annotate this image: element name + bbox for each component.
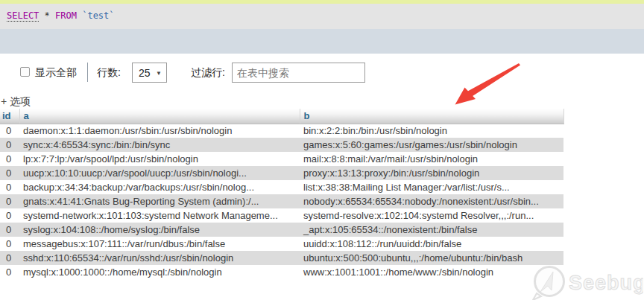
sql-table-ref: `test` <box>82 10 114 21</box>
cell-b: games:x:5:60:games:/usr/games:/usr/sbin/… <box>300 138 564 152</box>
options-toggle-link[interactable]: + 选项 <box>1 95 31 109</box>
table-row: 0mysql:x:1000:1000::/home/mysql:/sbin/no… <box>0 265 564 279</box>
cell-b: systemd-resolve:x:102:104:systemd Resolv… <box>300 208 564 223</box>
cell-b: ubuntu:x:500:500:ubuntu,,,:/home/ubuntu:… <box>300 251 564 265</box>
table-row: 0gnats:x:41:41:Gnats Bug-Reporting Syste… <box>0 194 564 208</box>
cell-a: gnats:x:41:41:Gnats Bug-Reporting System… <box>19 194 300 208</box>
cell-a: systemd-network:x:101:103:systemd Networ… <box>19 208 300 223</box>
cell-b: _apt:x:105:65534::/nonexistent:/bin/fals… <box>300 223 564 237</box>
table-row: 0lp:x:7:7:lp:/var/spool/lpd:/usr/sbin/no… <box>0 152 564 166</box>
cell-id: 0 <box>0 208 19 223</box>
rows-count-select[interactable]: 25 ▼ <box>132 63 167 83</box>
table-row: 0systemd-network:x:101:103:systemd Netwo… <box>0 208 564 223</box>
cell-a: syslog:x:104:108::/home/syslog:/bin/fals… <box>19 223 300 237</box>
result-table-header: id a b <box>0 109 564 124</box>
cell-b: mail:x:8:8:mail:/var/mail:/usr/sbin/nolo… <box>300 152 564 166</box>
cell-b: www:x:1001:1001::/home/www:/sbin/nologin <box>300 265 564 279</box>
cell-id: 0 <box>0 237 19 251</box>
table-row: 0uucp:x:10:10:uucp:/var/spool/uucp:/usr/… <box>0 166 564 180</box>
show-all-label: 显示全部 <box>35 66 77 80</box>
cell-a: messagebus:x:107:111::/var/run/dbus:/bin… <box>19 237 300 251</box>
chevron-down-icon: ▼ <box>156 70 162 77</box>
rows-count-label: 行数: <box>97 66 121 80</box>
cell-a: sync:x:4:65534:sync:/bin:/bin/sync <box>19 138 300 152</box>
toolbar-divider <box>87 63 88 82</box>
sql-keyword-select: SELECT <box>7 10 39 22</box>
cell-id: 0 <box>0 166 19 180</box>
cell-id: 0 <box>0 180 19 194</box>
filter-rows-label: 过滤行: <box>191 66 225 80</box>
sql-keyword-from: FROM <box>55 10 77 21</box>
cell-a: uucp:x:10:10:uucp:/var/spool/uucp:/usr/s… <box>19 166 300 180</box>
cell-b: list:x:38:38:Mailing List Manager:/var/l… <box>300 180 564 194</box>
result-table-body: 0daemon:x:1:1:daemon:/usr/sbin:/usr/sbin… <box>0 124 564 279</box>
table-row: 0backup:x:34:34:backup:/var/backups:/usr… <box>0 180 564 194</box>
table-row: 0sync:x:4:65534:sync:/bin:/bin/syncgames… <box>0 138 564 152</box>
sql-query-text: SELECT * FROM `test` <box>7 10 115 21</box>
cell-a: daemon:x:1:1:daemon:/usr/sbin:/usr/sbin/… <box>19 124 300 138</box>
cell-id: 0 <box>0 138 19 152</box>
show-all-checkbox[interactable] <box>20 67 30 77</box>
cell-b: nobody:x:65534:65534:nobody:/nonexistent… <box>300 194 564 208</box>
column-header-id[interactable]: id <box>0 109 19 124</box>
cell-a: backup:x:34:34:backup:/var/backups:/usr/… <box>19 180 300 194</box>
table-row: 0daemon:x:1:1:daemon:/usr/sbin:/usr/sbin… <box>0 124 564 138</box>
cell-b: bin:x:2:2:bin:/bin:/usr/sbin/nologin <box>300 124 564 138</box>
rows-count-value: 25 <box>139 67 151 79</box>
cell-a: mysql:x:1000:1000::/home/mysql:/sbin/nol… <box>19 265 300 279</box>
cell-b: proxy:x:13:13:proxy:/bin:/usr/sbin/nolog… <box>300 166 564 180</box>
query-message-band <box>0 29 644 54</box>
column-header-b[interactable]: b <box>300 109 564 124</box>
table-row: 0messagebus:x:107:111::/var/run/dbus:/bi… <box>0 237 564 251</box>
cell-id: 0 <box>0 124 19 138</box>
result-table: id a b 0daemon:x:1:1:daemon:/usr/sbin:/u… <box>0 109 564 279</box>
phpmyadmin-results-page: SELECT * FROM `test` 显示全部 行数: 25 ▼ 过滤行: … <box>0 0 644 300</box>
results-toolbar: 显示全部 行数: 25 ▼ 过滤行: <box>0 63 644 83</box>
column-header-a[interactable]: a <box>19 109 300 124</box>
table-row: 0sshd:x:110:65534::/var/run/sshd:/usr/sb… <box>0 251 564 265</box>
table-row: 0syslog:x:104:108::/home/syslog:/bin/fal… <box>0 223 564 237</box>
sql-star: * <box>39 10 55 21</box>
filter-search-input[interactable] <box>232 63 365 83</box>
cell-id: 0 <box>0 223 19 237</box>
cell-id: 0 <box>0 265 19 279</box>
cell-a: lp:x:7:7:lp:/var/spool/lpd:/usr/sbin/nol… <box>19 152 300 166</box>
sql-query-panel: SELECT * FROM `test` <box>0 4 644 29</box>
seebug-watermark-text: Seebug <box>569 272 643 294</box>
cell-id: 0 <box>0 152 19 166</box>
cell-b: uuidd:x:108:112::/run/uuidd:/bin/false <box>300 237 564 251</box>
cell-a: sshd:x:110:65534::/var/run/sshd:/usr/sbi… <box>19 251 300 265</box>
cell-id: 0 <box>0 194 19 208</box>
cell-id: 0 <box>0 251 19 265</box>
